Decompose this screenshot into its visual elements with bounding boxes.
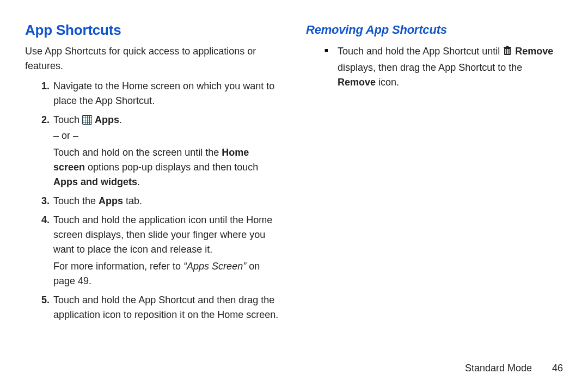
manual-page: App Shortcuts Use App Shortcuts for quic…	[0, 0, 588, 392]
step-4-ref: For more information, refer to “Apps Scr…	[53, 259, 282, 289]
intro-text: Use App Shortcuts for quick access to ap…	[25, 44, 282, 74]
steps-list: Navigate to the Home screen on which you…	[25, 79, 282, 322]
right-column: Removing App Shortcuts Touch and hold th…	[306, 20, 563, 361]
footer-section: Standard Mode	[465, 363, 532, 373]
step-2: Touch Apps. – or – Touch and hold on the…	[52, 113, 282, 189]
remove-b1-bold2: Remove	[338, 77, 376, 88]
step-2b-apps-widgets: Apps and widgets	[53, 176, 137, 187]
step-2b-pre: Touch and hold on the screen until the	[53, 147, 222, 158]
step-1: Navigate to the Home screen on which you…	[52, 79, 282, 108]
apps-grid-icon	[82, 115, 92, 125]
step-4: Touch and hold the application icon unti…	[52, 213, 282, 289]
step-2-apps-bold: Apps	[95, 114, 119, 125]
remove-bullet-1: Touch and hold the App Shortcut until Re…	[324, 44, 563, 90]
step-2b-mid: options pop-up displays and then touch	[85, 162, 258, 173]
step-4-ref-pre: For more information, refer to	[53, 261, 183, 272]
step-2-or: – or –	[53, 128, 282, 143]
step-4-text: Touch and hold the application icon unti…	[53, 215, 272, 255]
step-4-ref-italic: “Apps Screen”	[183, 261, 246, 272]
step-5: Touch and hold the App Shortcut and then…	[52, 293, 282, 322]
left-column: App Shortcuts Use App Shortcuts for quic…	[25, 20, 282, 361]
remove-b1-mid: displays, then drag the App Shortcut to …	[338, 62, 522, 73]
step-2-pre: Touch	[53, 114, 82, 125]
remove-b1-post: icon.	[376, 77, 399, 88]
svg-rect-3	[509, 49, 510, 54]
remove-b1-pre: Touch and hold the App Shortcut until	[338, 46, 503, 57]
trash-icon	[503, 45, 512, 60]
step-3-pre: Touch the	[53, 195, 99, 206]
step-3: Touch the Apps tab.	[52, 194, 282, 209]
section-heading: App Shortcuts	[25, 20, 282, 41]
step-1-text: Navigate to the Home screen on which you…	[53, 81, 274, 106]
two-column-layout: App Shortcuts Use App Shortcuts for quic…	[25, 20, 563, 361]
svg-rect-4	[504, 47, 511, 48]
step-3-post: tab.	[123, 195, 142, 206]
subsection-heading: Removing App Shortcuts	[306, 21, 563, 39]
step-2b-post: .	[137, 176, 140, 187]
step-2-post: .	[119, 114, 122, 125]
svg-rect-2	[507, 49, 508, 54]
svg-rect-5	[506, 46, 509, 47]
remove-b1-bold1: Remove	[515, 46, 553, 57]
step-5-text: Touch and hold the App Shortcut and then…	[53, 295, 278, 320]
step-2b: Touch and hold on the screen until the H…	[53, 145, 282, 189]
step-3-apps-bold: Apps	[99, 195, 123, 206]
footer-page-number: 46	[548, 361, 563, 376]
remove-bullets: Touch and hold the App Shortcut until Re…	[306, 44, 563, 90]
svg-rect-1	[505, 49, 506, 54]
page-footer: Standard Mode 46	[25, 361, 563, 376]
